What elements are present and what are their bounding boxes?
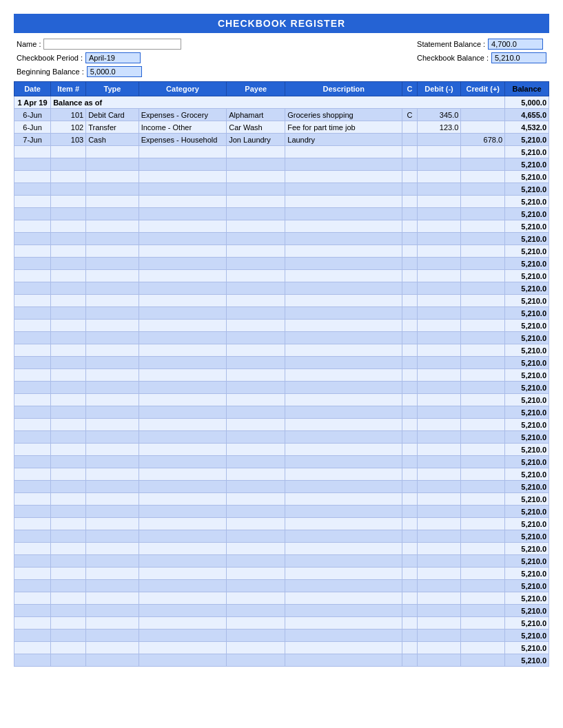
col-header-credit: Credit (+)	[461, 82, 505, 96]
register-table: Date Item # Type Category Payee Descript…	[14, 81, 549, 667]
table-row-empty: 5,210.0	[14, 233, 549, 245]
table-row-empty: 5,210.0	[14, 220, 549, 233]
table-row-empty: 5,210.0	[14, 481, 549, 493]
name-label: Name :	[17, 40, 41, 48]
col-header-description: Description	[285, 82, 402, 96]
table-row-empty: 5,210.0	[14, 196, 549, 208]
col-header-date: Date	[14, 82, 51, 96]
table-row-empty: 5,210.0	[14, 258, 549, 270]
col-header-type: Type	[86, 82, 139, 96]
table-row-empty: 5,210.0	[14, 630, 549, 642]
table-row-empty: 5,210.0	[14, 295, 549, 307]
table-row-empty: 5,210.0	[14, 270, 549, 282]
checkbook-balance-value: 5,210.0	[491, 52, 546, 63]
table-row-empty: 5,210.0	[14, 506, 549, 518]
table-row: 6-Jun 101 Debit Card Expenses - Grocery …	[14, 109, 549, 121]
table-row-empty: 5,210.0	[14, 183, 549, 196]
table-row-empty: 5,210.0	[14, 357, 549, 369]
meta-left: Name : Checkbook Period : April-19 Begin…	[17, 39, 181, 77]
col-header-item: Item #	[51, 82, 86, 96]
table-row-empty: 5,210.0	[14, 344, 549, 357]
name-row: Name :	[17, 39, 181, 50]
table-row-empty: 5,210.0	[14, 406, 549, 419]
table-row: 6-Jun 102 Transfer Income - Other Car Wa…	[14, 121, 549, 134]
table-row-empty: 5,210.0	[14, 282, 549, 295]
name-input[interactable]	[43, 39, 181, 50]
table-row-empty: 5,210.0	[14, 580, 549, 592]
table-header-row: Date Item # Type Category Payee Descript…	[14, 82, 549, 96]
col-header-balance: Balance	[505, 82, 549, 96]
beginning-balance-value: 5,000.0	[87, 66, 142, 77]
table-row-empty: 5,210.0	[14, 518, 549, 530]
col-header-debit: Debit (-)	[417, 82, 461, 96]
table-row-empty: 5,210.0	[14, 431, 549, 444]
table-row-empty: 5,210.0	[14, 617, 549, 630]
table-row-empty: 5,210.0	[14, 208, 549, 220]
balance-as-of-row: 1 Apr 19 Balance as of 5,000.0	[14, 96, 549, 109]
table-row-empty: 5,210.0	[14, 592, 549, 605]
period-label: Checkbook Period :	[17, 54, 83, 62]
table-row-empty: 5,210.0	[14, 568, 549, 580]
table-row-empty: 5,210.0	[14, 530, 549, 543]
table-row-empty: 5,210.0	[14, 493, 549, 506]
col-header-c: C	[402, 82, 417, 96]
page-container: CHECKBOOK REGISTER Name : Checkbook Peri…	[14, 14, 549, 667]
table-row-empty: 5,210.0	[14, 158, 549, 171]
table-row-empty: 5,210.0	[14, 307, 549, 320]
table-row-empty: 5,210.0	[14, 555, 549, 568]
balance-date: 1 Apr 19	[14, 96, 51, 109]
period-row: Checkbook Period : April-19	[17, 52, 181, 63]
col-header-payee: Payee	[227, 82, 285, 96]
period-value: April-19	[85, 52, 141, 63]
statement-balance-label: Statement Balance :	[417, 40, 485, 48]
table-row-empty: 5,210.0	[14, 369, 549, 382]
meta-right: Statement Balance : 4,700.0 Checkbook Ba…	[417, 39, 546, 77]
table-row-empty: 5,210.0	[14, 456, 549, 468]
table-row-empty: 5,210.0	[14, 382, 549, 394]
table-row-empty: 5,210.0	[14, 394, 549, 406]
table-row-empty: 5,210.0	[14, 146, 549, 158]
table-row-empty: 5,210.0	[14, 419, 549, 431]
table-row-empty: 5,210.0	[14, 654, 549, 667]
col-header-category: Category	[139, 82, 227, 96]
table-row-empty: 5,210.0	[14, 320, 549, 332]
table-row-empty: 5,210.0	[14, 468, 549, 481]
table-row: 7-Jun 103 Cash Expenses - Household Jon …	[14, 134, 549, 146]
table-row-empty: 5,210.0	[14, 444, 549, 456]
table-row-empty: 5,210.0	[14, 642, 549, 654]
beginning-balance-label: Beginning Balance :	[17, 67, 84, 76]
table-row-empty: 5,210.0	[14, 171, 549, 183]
balance-start: 5,000.0	[505, 96, 549, 109]
table-row-empty: 5,210.0	[14, 543, 549, 555]
statement-balance-row: Statement Balance : 4,700.0	[417, 39, 546, 50]
balance-label: Balance as of	[51, 96, 505, 109]
app-title: CHECKBOOK REGISTER	[14, 14, 549, 33]
table-row-empty: 5,210.0	[14, 605, 549, 617]
beginning-balance-row: Beginning Balance : 5,000.0	[17, 66, 181, 77]
table-row-empty: 5,210.0	[14, 332, 549, 344]
statement-balance-value: 4,700.0	[488, 39, 543, 50]
meta-section: Name : Checkbook Period : April-19 Begin…	[14, 39, 549, 77]
checkbook-balance-label: Checkbook Balance :	[417, 54, 489, 62]
table-row-empty: 5,210.0	[14, 245, 549, 258]
checkbook-balance-row: Checkbook Balance : 5,210.0	[417, 52, 546, 63]
